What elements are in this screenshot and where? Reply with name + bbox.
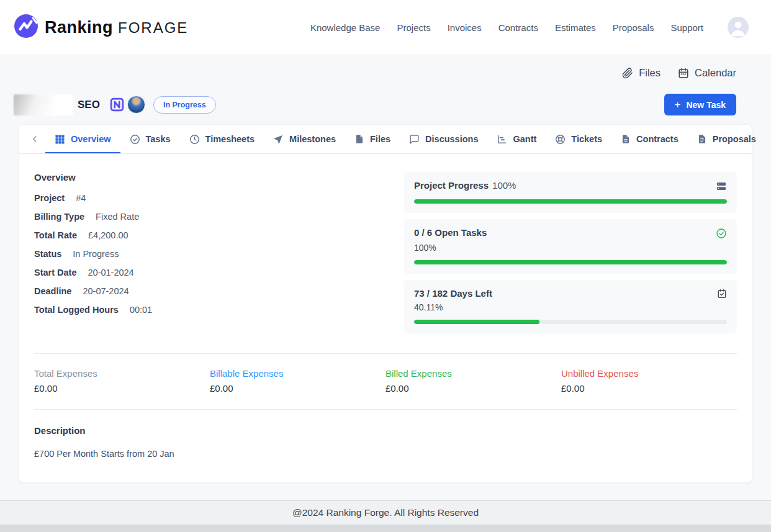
quicklinks-row: Files Calendar xyxy=(0,55,771,79)
field-project: Project #4 xyxy=(34,192,388,204)
proposal-file-icon xyxy=(697,134,707,144)
tab-tickets[interactable]: Tickets xyxy=(546,125,611,153)
field-total-rate: Total Rate £4,200.00 xyxy=(34,230,388,241)
calendar-link[interactable]: Calendar xyxy=(678,67,736,79)
nav-proposals[interactable]: Proposals xyxy=(613,22,654,33)
expense-value: £0.00 xyxy=(210,383,386,394)
user-avatar[interactable] xyxy=(728,17,749,38)
field-value: Fixed Rate xyxy=(96,211,139,222)
calendar-check-icon xyxy=(717,289,727,299)
description-heading: Description xyxy=(34,425,737,436)
brand-logo-icon xyxy=(14,14,38,41)
field-value: 20-01-2024 xyxy=(88,267,134,278)
tab-proposals[interactable]: Proposals xyxy=(688,125,765,153)
field-label: Total Rate xyxy=(34,230,77,241)
field-label: Total Logged Hours xyxy=(34,304,119,315)
tab-bar: Overview Tasks Timesheets xyxy=(19,125,752,154)
field-deadline: Deadline 20-07-2024 xyxy=(34,286,388,297)
days-left-title: 73 / 182 Days Left xyxy=(414,288,492,299)
field-label: Billing Type xyxy=(34,211,84,222)
field-billing-type: Billing Type Fixed Rate xyxy=(34,211,388,222)
page: Ranking FORAGE Knowledge Base Projects I… xyxy=(0,0,771,532)
open-tasks-bar xyxy=(414,260,727,264)
gantt-chart-icon xyxy=(497,134,507,145)
project-progress-title: Project Progress100% xyxy=(414,180,516,191)
content-area: Files Calendar SEO xyxy=(0,55,771,500)
chevron-left-icon xyxy=(30,135,39,143)
clock-icon xyxy=(189,134,200,145)
plus-icon: + xyxy=(675,99,681,110)
expenses-summary: Total Expenses £0.00 Billable Expenses £… xyxy=(34,354,737,409)
expense-label: Unbilled Expenses xyxy=(561,368,737,379)
unbilled-expenses: Unbilled Expenses £0.00 xyxy=(561,368,737,394)
project-progress-bar-fill xyxy=(414,199,727,204)
tab-discussions[interactable]: Discussions xyxy=(400,125,487,153)
tab-files[interactable]: Files xyxy=(345,125,400,153)
project-progress-bar xyxy=(414,199,727,204)
new-task-label: New Task xyxy=(686,100,726,110)
new-task-button[interactable]: + New Task xyxy=(664,94,736,115)
nav-contracts[interactable]: Contracts xyxy=(498,22,538,33)
calendar-link-label: Calendar xyxy=(695,67,736,79)
copyright-text: @2024 Ranking Forge. All Rights Reserved xyxy=(292,507,479,518)
nav-projects[interactable]: Projects xyxy=(397,22,430,33)
member-avatar[interactable] xyxy=(127,96,145,114)
tab-label: Contracts xyxy=(636,134,679,144)
tab-label: Gantt xyxy=(513,134,536,144)
days-left-percent: 40.11% xyxy=(414,302,727,312)
paperclip-icon xyxy=(622,68,633,79)
brand-wordmark: Ranking FORAGE xyxy=(45,18,188,37)
tab-label: Timesheets xyxy=(205,134,255,144)
overview-heading: Overview xyxy=(34,172,388,183)
section-divider xyxy=(34,409,737,410)
description-text: £700 Per Month Starts from 20 Jan xyxy=(34,449,737,459)
tabs-scroll-left[interactable] xyxy=(24,125,45,153)
billable-expenses: Billable Expenses £0.00 xyxy=(210,368,386,394)
field-start-date: Start Date 20-01-2024 xyxy=(34,267,388,278)
tab-overview[interactable]: Overview xyxy=(45,125,120,153)
tab-tasks[interactable]: Tasks xyxy=(120,125,180,153)
field-value: 00:01 xyxy=(130,304,152,315)
open-tasks-bar-fill xyxy=(414,260,727,264)
project-title: SEO xyxy=(78,99,100,111)
tab-milestones[interactable]: Milestones xyxy=(264,125,345,153)
field-label: Project xyxy=(34,192,65,204)
nav-invoices[interactable]: Invoices xyxy=(448,22,482,33)
tab-overflow-file-icon[interactable] xyxy=(765,125,771,153)
files-link[interactable]: Files xyxy=(622,67,661,79)
expense-label: Total Expenses xyxy=(34,368,210,379)
tab-timesheets[interactable]: Timesheets xyxy=(180,125,264,153)
expense-value: £0.00 xyxy=(34,383,210,394)
project-progress-percent: 100% xyxy=(492,180,516,191)
tab-label: Tasks xyxy=(146,134,171,144)
chat-icon xyxy=(409,134,420,145)
overview-panel: Overview Project #4 Billing Type Fixed R… xyxy=(19,154,752,482)
total-expenses: Total Expenses £0.00 xyxy=(34,368,210,394)
tab-contracts[interactable]: Contracts xyxy=(611,125,688,153)
nav-estimates[interactable]: Estimates xyxy=(555,22,596,33)
open-tasks-title: 0 / 6 Open Tasks xyxy=(414,227,487,238)
brand-logo[interactable]: Ranking FORAGE xyxy=(14,14,188,41)
files-link-label: Files xyxy=(639,67,661,79)
rocket-icon xyxy=(273,134,284,145)
nav-support[interactable]: Support xyxy=(670,22,703,33)
status-badge: In Progress xyxy=(153,96,216,114)
days-left-card: 73 / 182 Days Left 40.11% xyxy=(404,280,737,333)
field-value: In Progress xyxy=(73,248,119,259)
tasks-stack-icon xyxy=(716,181,727,192)
tab-gantt[interactable]: Gantt xyxy=(487,125,546,153)
tab-label: Files xyxy=(370,134,390,144)
person-icon xyxy=(728,17,749,38)
tab-label: Proposals xyxy=(713,134,756,144)
life-ring-icon xyxy=(555,134,566,145)
open-tasks-card: 0 / 6 Open Tasks 100% xyxy=(404,219,737,274)
top-nav: Knowledge Base Projects Invoices Contrac… xyxy=(310,17,749,38)
field-label: Status xyxy=(34,248,61,259)
tab-label: Milestones xyxy=(289,134,336,144)
nav-knowledge-base[interactable]: Knowledge Base xyxy=(310,22,381,33)
calendar-icon xyxy=(678,68,689,79)
expense-label: Billable Expenses xyxy=(210,368,386,379)
expense-label: Billed Expenses xyxy=(386,368,561,379)
field-value: £4,200.00 xyxy=(88,230,128,241)
days-left-bar xyxy=(414,320,727,324)
